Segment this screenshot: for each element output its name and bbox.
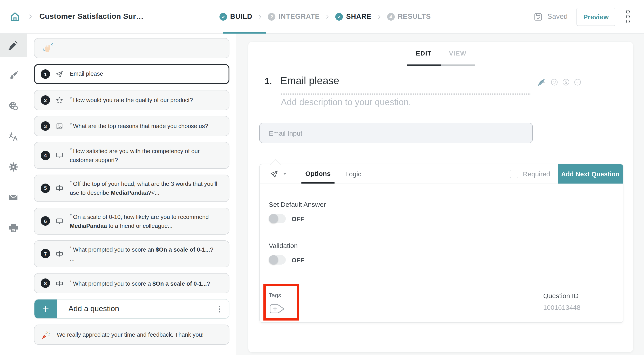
- question-card-5[interactable]: 5*Off the top of your head, what are the…: [34, 175, 230, 202]
- question-id-block: Question ID 1001613448: [543, 292, 580, 311]
- question-number-badge: 1: [41, 69, 50, 79]
- brush-icon: [8, 70, 19, 81]
- switch-knob: [269, 255, 278, 265]
- left-icon-sidebar: [0, 33, 27, 355]
- survey-builder-app: Customer Satisfaction Sur… BUILD2INTEGRA…: [0, 0, 644, 355]
- save-status: Saved: [533, 12, 568, 22]
- add-next-question-button[interactable]: Add Next Question: [558, 164, 623, 184]
- variable-dollar-icon[interactable]: [562, 78, 570, 86]
- tags-block: Tags: [269, 292, 285, 316]
- tab-view[interactable]: VIEW: [441, 42, 475, 66]
- mail-icon: [8, 192, 19, 203]
- tags-section: Tags Question ID 1001613448: [269, 284, 614, 322]
- sidebar-item-print[interactable]: [0, 216, 27, 239]
- party-popper-emoji: [41, 329, 52, 340]
- question-number-badge: 4: [41, 151, 50, 160]
- question-text: *What are the top reasons that made you …: [70, 121, 208, 131]
- question-type-dropdown[interactable]: [270, 169, 287, 178]
- question-text: *Off the top of your head, what are the …: [70, 179, 223, 198]
- required-checkbox[interactable]: [510, 170, 518, 178]
- plus-icon[interactable]: +: [34, 299, 57, 319]
- tab-logic[interactable]: Logic: [344, 164, 362, 184]
- question-number-badge: 8: [41, 278, 50, 288]
- step-integrate[interactable]: 2INTEGRATE: [268, 13, 320, 21]
- sidebar-item-email[interactable]: [0, 186, 27, 209]
- add-question-menu-button[interactable]: [217, 304, 222, 314]
- step-check-icon: [219, 13, 227, 20]
- monitor-icon: [56, 151, 64, 159]
- add-tag-button[interactable]: [269, 303, 285, 314]
- wave-emoji: [42, 42, 54, 54]
- tab-options[interactable]: Options: [302, 164, 334, 184]
- saved-label: Saved: [548, 13, 568, 21]
- step-share[interactable]: SHARE: [336, 13, 372, 21]
- required-label: Required: [523, 170, 550, 178]
- step-results[interactable]: 4RESULTS: [387, 13, 431, 21]
- ai-quill-sparkle-icon[interactable]: [537, 77, 547, 87]
- default-answer-label: Set Default Answer: [269, 201, 614, 208]
- welcome-card[interactable]: [34, 38, 230, 58]
- question-list-panel[interactable]: 1Email please2*How would you rate the qu…: [27, 33, 236, 355]
- question-card-3[interactable]: 3*What are the top reasons that made you…: [34, 116, 230, 136]
- tab-edit[interactable]: EDIT: [407, 42, 441, 66]
- star-icon: [56, 96, 64, 104]
- description-placeholder[interactable]: Add description to your question.: [281, 97, 411, 107]
- textfield-icon: [56, 250, 64, 258]
- question-editor-card: EDIT VIEW 1. Email please Add descriptio…: [248, 42, 633, 352]
- more-options-icon[interactable]: [573, 78, 582, 86]
- save-icon: [533, 12, 544, 22]
- textfield-icon: [56, 184, 64, 192]
- question-card-6[interactable]: 6*On a scale of 0-10, how likely are you…: [34, 207, 230, 235]
- more-menu-button[interactable]: [624, 8, 632, 25]
- step-build[interactable]: BUILD: [219, 13, 252, 21]
- sidebar-item-translate[interactable]: [0, 125, 27, 148]
- sidebar-item-design[interactable]: [0, 64, 27, 87]
- question-header: 1. Email please: [265, 75, 339, 87]
- question-title-field[interactable]: Email please: [280, 75, 339, 87]
- sidebar-item-language[interactable]: [0, 95, 27, 118]
- sidebar-item-build[interactable]: [0, 34, 27, 57]
- options-panel: Options Logic Required Add Next Question…: [260, 164, 624, 323]
- emoji-icon[interactable]: [550, 78, 558, 86]
- chevron-right-icon: [257, 14, 263, 20]
- question-card-8[interactable]: 8*What prompted you to score a $On a sca…: [34, 273, 230, 293]
- validation-switch[interactable]: [269, 255, 286, 265]
- question-card-7[interactable]: 7*What prompted you to score an $On a sc…: [34, 240, 230, 267]
- add-question-button[interactable]: + Add a question: [34, 299, 230, 319]
- thank-you-card[interactable]: We really appreciate your time and feedb…: [34, 324, 230, 345]
- question-text: *What prompted you to score an $On a sca…: [70, 244, 213, 263]
- workflow-stepper: BUILD2INTEGRATESHARE4RESULTS: [219, 0, 431, 33]
- top-bar-actions: Saved Preview: [533, 0, 632, 33]
- step-label: RESULTS: [398, 13, 431, 21]
- default-answer-switch[interactable]: [269, 214, 286, 223]
- question-card-2[interactable]: 2*How would you rate the quality of our …: [34, 90, 230, 110]
- validation-state: OFF: [292, 256, 304, 263]
- survey-title[interactable]: Customer Satisfaction Sur…: [39, 12, 144, 21]
- email-answer-input[interactable]: [260, 123, 550, 143]
- monitor-icon: [56, 217, 64, 225]
- editor-area: EDIT VIEW 1. Email please Add descriptio…: [236, 33, 644, 355]
- home-icon[interactable]: [9, 11, 21, 23]
- question-card-4[interactable]: 4*How satisfied are you with the compete…: [34, 142, 230, 169]
- sidebar-item-settings[interactable]: [0, 155, 27, 179]
- check-icon: [337, 14, 342, 19]
- send-icon: [56, 70, 64, 78]
- edit-view-tabs: EDIT VIEW: [248, 42, 633, 66]
- options-panel-header: Options Logic Required Add Next Question: [260, 164, 623, 184]
- question-card-1[interactable]: 1Email please: [34, 64, 230, 84]
- globe-icon: [8, 101, 19, 112]
- validation-label: Validation: [269, 242, 614, 249]
- preview-button[interactable]: Preview: [577, 8, 616, 26]
- textfield-icon: [56, 279, 64, 287]
- gear-icon: [8, 162, 19, 172]
- answer-preview-box: [260, 123, 533, 143]
- question-text: *How would you rate the quality of our p…: [70, 95, 193, 105]
- step-label: SHARE: [346, 13, 372, 21]
- validation-section: Validation OFF: [269, 232, 614, 284]
- pencil-icon: [8, 40, 19, 51]
- kebab-dot: [626, 20, 630, 23]
- required-toggle[interactable]: Required: [510, 170, 550, 178]
- question-number-badge: 5: [41, 184, 50, 193]
- step-number: 4: [387, 13, 395, 20]
- title-toolbar: [537, 77, 582, 87]
